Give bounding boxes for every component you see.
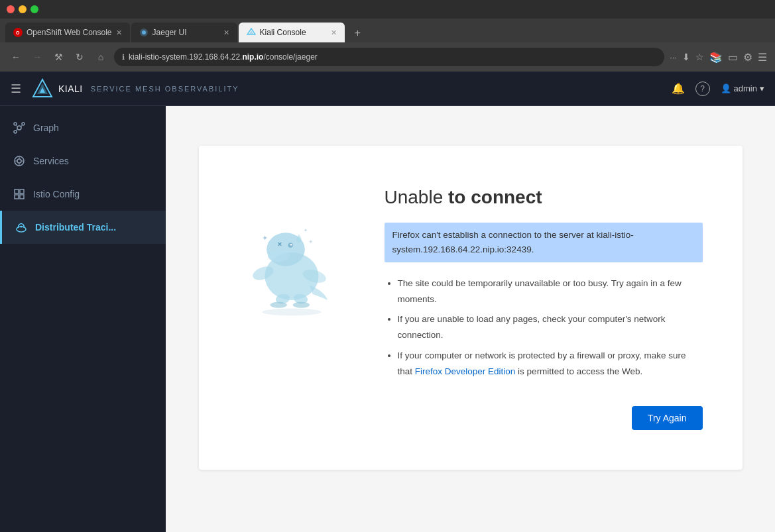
istio-config-label: Istio Config — [33, 189, 80, 199]
tools-button[interactable]: ⚒ — [50, 49, 66, 65]
window-chrome — [0, 0, 775, 19]
tab-openshift-close[interactable]: ✕ — [116, 28, 122, 37]
jaeger-tab-icon — [139, 28, 149, 37]
istio-config-icon — [13, 188, 25, 200]
kiali-brand-subtitle: SERVICE MESH OBSERVABILITY — [91, 85, 239, 93]
svg-rect-24 — [15, 195, 19, 199]
svg-point-41 — [262, 309, 322, 316]
url-prefix: kiali-istio-system.192.168.64.22. — [129, 52, 242, 62]
svg-point-10 — [14, 123, 17, 125]
back-button[interactable]: ← — [8, 49, 24, 65]
svg-text:✦: ✦ — [304, 227, 308, 233]
url-bar[interactable]: ℹ kiali-istio-system.192.168.64.22.nip.i… — [114, 48, 664, 66]
svg-point-30 — [268, 250, 289, 262]
svg-text:✦: ✦ — [262, 234, 268, 242]
svg-point-9 — [17, 126, 21, 130]
notifications-bell[interactable]: 🔔 — [672, 82, 685, 95]
svg-point-40 — [292, 302, 309, 308]
sidebar-item-istio-config[interactable]: Istio Config — [0, 178, 166, 211]
svg-point-27 — [21, 226, 23, 228]
tab-jaeger[interactable]: Jaeger UI ✕ — [131, 23, 237, 42]
graph-label: Graph — [33, 123, 59, 133]
svg-rect-25 — [20, 195, 24, 199]
services-icon — [13, 155, 25, 167]
user-avatar: 👤 — [721, 83, 731, 93]
minimize-button[interactable] — [19, 5, 27, 13]
svg-text:✕: ✕ — [277, 241, 282, 248]
tab-jaeger-close[interactable]: ✕ — [223, 28, 229, 37]
kiali-logo: KIALI SERVICE MESH OBSERVABILITY — [32, 78, 239, 99]
more-button[interactable]: ··· — [670, 52, 677, 62]
help-button[interactable]: ? — [695, 81, 710, 96]
user-label: admin — [734, 83, 757, 93]
try-again-button[interactable]: Try Again — [632, 406, 703, 430]
tab-kiali-close[interactable]: ✕ — [331, 28, 337, 37]
sidebar-item-services[interactable]: Services — [0, 144, 166, 178]
address-bar-right: 📚 ▭ ⚙ ☰ — [709, 51, 767, 64]
svg-point-11 — [22, 123, 25, 125]
kiali-brand-name: KIALI — [58, 83, 83, 94]
address-bar: ← → ⚒ ↻ ⌂ ℹ kiali-istio-system.192.168.6… — [0, 42, 775, 72]
svg-point-39 — [270, 302, 286, 308]
distributed-tracing-icon — [15, 221, 27, 233]
hamburger-button[interactable]: ☰ — [11, 81, 21, 96]
top-nav-right: 🔔 ? 👤 admin ▾ — [672, 81, 764, 96]
menu-icon[interactable]: ☰ — [758, 51, 767, 64]
url-text: kiali-istio-system.192.168.64.22.nip.io/… — [129, 52, 656, 62]
error-title: Unable to connect — [385, 186, 703, 209]
sidebar-item-distributed-tracing[interactable]: Distributed Traci... — [0, 211, 166, 244]
user-menu[interactable]: 👤 admin ▾ — [721, 83, 764, 93]
security-icon: ℹ — [122, 53, 125, 62]
svg-point-12 — [14, 131, 17, 133]
sidebar-item-graph[interactable]: Graph — [0, 111, 166, 144]
error-panel: ✕ — [199, 146, 743, 470]
url-actions: ··· ⬇ ☆ — [670, 52, 704, 62]
url-nip: nip.io — [242, 52, 263, 62]
services-label: Services — [33, 156, 69, 166]
svg-rect-23 — [20, 189, 24, 193]
svg-point-3 — [142, 30, 146, 34]
dino-illustration: ✕ — [225, 199, 358, 318]
svg-text:O: O — [16, 30, 20, 35]
svg-point-33 — [290, 244, 292, 246]
close-button[interactable] — [7, 5, 15, 13]
tab-bar: O OpenShift Web Console ✕ Jaeger UI ✕ Ki… — [0, 19, 775, 42]
tab-jaeger-label: Jaeger UI — [152, 28, 187, 37]
sidebar: Graph Services — [0, 106, 166, 532]
home-button[interactable]: ⌂ — [93, 49, 109, 65]
svg-line-13 — [17, 125, 18, 127]
url-suffix: /console/jaeger — [263, 52, 317, 62]
bookmark-icon[interactable]: ☆ — [695, 52, 704, 62]
error-bullet-2: If you are unable to load any pages, che… — [398, 311, 703, 344]
firefox-link[interactable]: Firefox Developer Edition — [415, 366, 516, 376]
settings-icon[interactable]: ⚙ — [743, 51, 752, 64]
graph-icon — [13, 122, 25, 134]
error-highlight-text: Firefox can't establish a connection to … — [385, 223, 703, 262]
svg-text:✦: ✦ — [308, 239, 314, 245]
svg-line-15 — [17, 129, 18, 131]
distributed-tracing-label: Distributed Traci... — [35, 222, 116, 233]
error-title-part2: to connect — [448, 187, 542, 207]
tab-openshift[interactable]: O OpenShift Web Console ✕ — [5, 23, 130, 42]
tab-kiali-label: Kiali Console — [260, 28, 306, 37]
new-tab-button[interactable]: + — [349, 24, 367, 42]
pocket-icon[interactable]: ⬇ — [682, 52, 690, 62]
svg-point-17 — [17, 159, 21, 163]
content-area: ✕ — [166, 106, 775, 532]
svg-rect-22 — [15, 189, 19, 193]
tab-kiali[interactable]: Kiali Console ✕ — [239, 23, 345, 42]
forward-button[interactable]: → — [29, 49, 45, 65]
sidebar-toggle-icon[interactable]: ▭ — [728, 51, 738, 64]
kiali-tab-icon — [247, 28, 256, 37]
maximize-button[interactable] — [30, 5, 38, 13]
error-list: The site could be temporarily unavailabl… — [385, 276, 703, 380]
user-dropdown-icon: ▾ — [760, 83, 764, 93]
tab-openshift-label: OpenShift Web Console — [27, 28, 112, 37]
svg-point-34 — [296, 236, 301, 243]
reload-button[interactable]: ↻ — [72, 49, 88, 65]
error-bullet-3: If your computer or network is protected… — [398, 348, 703, 380]
svg-line-14 — [21, 125, 23, 127]
error-bullet-1: The site could be temporarily unavailabl… — [398, 276, 703, 308]
kiali-logo-icon — [32, 78, 53, 99]
library-icon[interactable]: 📚 — [709, 51, 723, 64]
